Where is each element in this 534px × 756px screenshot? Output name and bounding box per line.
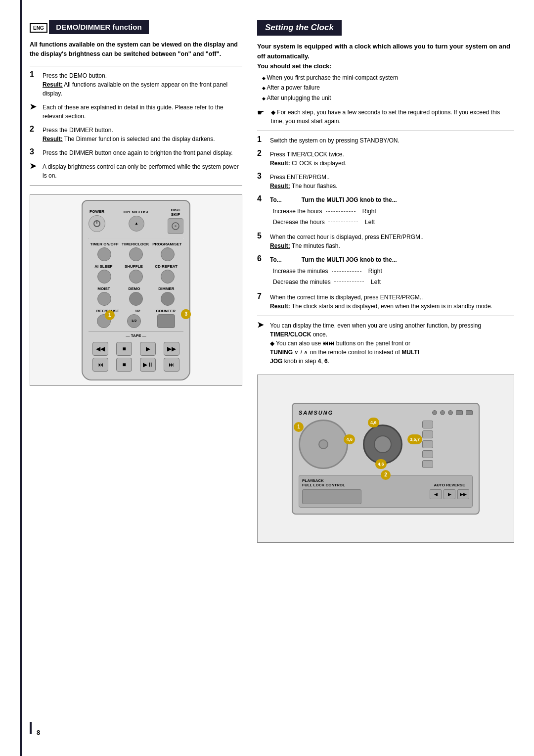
moist-button[interactable] [97, 292, 111, 306]
sys-badge-357: 3,5,7 [407, 434, 422, 444]
step-badge-3: 3 [181, 309, 191, 319]
sys-badge-46a: 4,6 [344, 434, 355, 444]
tape-slot [302, 489, 361, 504]
result-label: Result: [270, 160, 290, 167]
tip-1-note: ➤ You can display the time, even when yo… [257, 321, 514, 366]
note-bullet: ◆ [271, 109, 277, 116]
arrow-note-2: ➤ A display brightness control can only … [30, 162, 242, 180]
counter-label: COUNTER [156, 309, 176, 313]
tape-ff[interactable]: ▶▶ [457, 489, 469, 499]
tip2-tuning: TUNING [270, 349, 293, 356]
stop-button[interactable]: ■ [116, 342, 132, 356]
tip2-prefix: ◆ You can also use [270, 340, 322, 347]
note-icon: ☛ [257, 108, 267, 117]
indicator-4 [456, 410, 463, 415]
cd-repeat-button[interactable] [161, 270, 175, 284]
timer-onoff-button[interactable] [97, 247, 111, 261]
result-text: The minutes flash. [292, 242, 340, 249]
shuffle-label: SHUFFLE [125, 264, 143, 269]
cd-repeat-label: CD REPEAT [155, 264, 178, 269]
shuffle-button[interactable] [129, 270, 143, 284]
page-number: 8 [37, 729, 40, 736]
step-number: 3 [30, 147, 39, 156]
jog-knob[interactable] [363, 425, 402, 464]
fast-forward-button[interactable]: ▶▶ [164, 342, 179, 356]
right-step-7: 7 When the correct time is displayed, pr… [257, 293, 514, 311]
half-button[interactable]: 1/2 [127, 314, 141, 328]
step-number: 4 [257, 194, 266, 203]
disc-skip-button[interactable] [168, 218, 183, 234]
right-step-1: 1 Switch the system on by pressing STAND… [257, 136, 514, 145]
play-button[interactable]: ▶ [140, 342, 156, 356]
next-button[interactable]: ⏭ [164, 358, 179, 372]
indicator-1 [432, 410, 437, 415]
prev-button[interactable]: ⏮ [92, 358, 108, 372]
sys-ctrl-5[interactable] [422, 460, 433, 468]
bullet-item-3: After unplugging the unit [262, 93, 514, 103]
result-label: Result: [43, 136, 63, 142]
system-panel-image: SAMSUNG [257, 375, 514, 543]
dimmer-button[interactable] [161, 292, 175, 306]
right-step-2: 2 Press TIMER/CLOCK twice. Result: CLOCK… [257, 150, 514, 168]
dimmer-label: DIMMER [158, 286, 174, 291]
counter-button[interactable] [157, 314, 175, 328]
result-label: Result: [43, 81, 63, 88]
arrow-icon: ➤ [30, 102, 39, 111]
arrow-note-1: ➤ Each of these are explained in detail … [30, 103, 242, 121]
sys-ctrl-2[interactable] [422, 430, 433, 438]
tape-rewind[interactable]: ◀ [430, 489, 442, 499]
step-text: Press ENTER/PRGM.. [270, 174, 330, 181]
note-box: ☛ ◆ For each step, you have a few second… [257, 108, 514, 126]
step-text: Switch the system on by pressing STANDBY… [270, 137, 400, 144]
step6-row1-dir: Right [368, 266, 382, 277]
bullet-item-2: After a power failure [262, 83, 514, 93]
timer-clock-button[interactable] [129, 247, 143, 261]
cd-center [318, 439, 328, 449]
power-button[interactable] [89, 215, 105, 232]
step4-col1: To... [270, 195, 282, 204]
demo-label: DEMO [128, 286, 140, 291]
step-text: When the correct time is displayed, pres… [270, 294, 423, 301]
rewind-button[interactable]: ◀◀ [92, 342, 108, 356]
step-number: 7 [257, 292, 266, 301]
step6-row1-action: Increase the minutes [273, 266, 363, 277]
tip2-jog: JOG [270, 358, 282, 365]
cd-disc [299, 420, 348, 469]
ai-sleep-button[interactable] [97, 270, 111, 284]
left-intro: All functions available on the system ca… [30, 40, 242, 59]
samsung-logo: SAMSUNG [299, 410, 333, 416]
open-close-label: OPEN/CLOSE [124, 210, 149, 214]
play-pause-button[interactable]: ▶⏸ [140, 358, 156, 372]
right-step-3: 3 Press ENTER/PRGM.. Result: The hour fl… [257, 173, 514, 190]
sys-ctrl-4[interactable] [422, 450, 433, 458]
step4-col2: Turn the MULTI JOG knob to the... [302, 195, 397, 204]
left-step-3: 3 Press the DIMMER button once again to … [30, 148, 242, 157]
tape-play[interactable]: ▶ [444, 489, 455, 499]
program-set-button[interactable] [161, 247, 175, 261]
indicator-5 [466, 410, 473, 415]
step4-row1-action: Increase the hours [273, 206, 357, 217]
right-section-header: Setting the Clock [257, 20, 342, 36]
sys-ctrl-3[interactable] [422, 440, 433, 448]
tip2-step: knob in step 4, 6. [284, 358, 329, 365]
step-number: 1 [30, 70, 39, 79]
step-number: 2 [257, 149, 266, 158]
step-text: Press the DIMMER button. [43, 127, 113, 134]
when-to-set-list: When you first purchase the mini-compact… [257, 73, 514, 103]
open-close-button[interactable]: ▲ [129, 216, 144, 232]
sys-ctrl-1[interactable] [422, 421, 433, 428]
right-step-5: 5 When the correct hour is displayed, pr… [257, 233, 514, 250]
step-text: Press TIMER/CLOCK twice. [270, 151, 344, 158]
result-text: The hour flashes. [292, 183, 338, 189]
stop2-button[interactable]: ■ [116, 358, 132, 372]
step-number: 5 [257, 232, 266, 240]
demo-button[interactable] [129, 292, 143, 306]
bullet-item-1: When you first purchase the mini-compact… [262, 73, 514, 83]
tip-arrow-icon: ➤ [257, 320, 266, 330]
tip2-updown: ∨ / ∧ [294, 349, 308, 356]
step-text: Press the DIMMER button once again to br… [43, 149, 233, 156]
step6-col2: Turn the MULTI JOG knob to the... [302, 255, 397, 264]
right-step-6: 6 To... Turn the MULTI JOG knob to the..… [257, 255, 514, 287]
tip1-bold: TIMER/CLOCK [270, 331, 311, 338]
result-text: CLOCK is displayed. [292, 160, 347, 167]
